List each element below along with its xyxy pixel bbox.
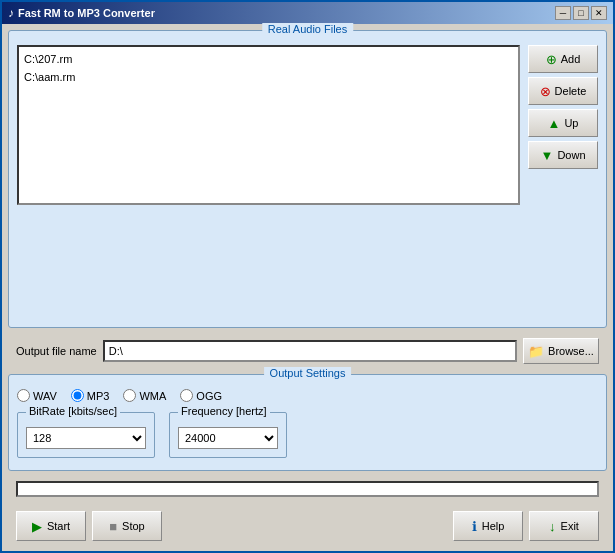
add-icon: ⊕ [546, 52, 557, 67]
start-label: Start [47, 520, 70, 532]
stop-button[interactable]: ■ Stop [92, 511, 162, 541]
progress-bar [16, 481, 599, 497]
main-window: ♪ Fast RM to MP3 Converter ─ □ ✕ Real Au… [0, 0, 615, 553]
exit-icon: ↓ [549, 519, 556, 534]
wav-label: WAV [33, 390, 57, 402]
help-label: Help [482, 520, 505, 532]
exit-button[interactable]: ↓ Exit [529, 511, 599, 541]
ogg-radio[interactable] [180, 389, 193, 402]
title-bar: ♪ Fast RM to MP3 Converter ─ □ ✕ [2, 2, 613, 24]
down-label: Down [557, 149, 585, 161]
output-settings-content: WAV MP3 WMA OGG [9, 375, 606, 470]
wav-radio[interactable] [17, 389, 30, 402]
browse-icon: 📁 [528, 344, 544, 359]
format-mp3[interactable]: MP3 [71, 389, 110, 402]
dropdowns-row: BitRate [kbits/sec] 128 64 96 160 192 25… [17, 412, 598, 458]
output-settings-title: Output Settings [264, 367, 352, 379]
real-audio-content: C:\207.rm C:\aam.rm ⊕ Add ⊗ Delete ▲ Up [9, 31, 606, 213]
wma-label: WMA [139, 390, 166, 402]
bitrate-select[interactable]: 128 64 96 160 192 256 320 [26, 427, 146, 449]
format-wav[interactable]: WAV [17, 389, 57, 402]
real-audio-title: Real Audio Files [262, 23, 354, 35]
output-input[interactable] [103, 340, 517, 362]
wma-radio[interactable] [123, 389, 136, 402]
bottom-buttons: ▶ Start ■ Stop ℹ Help ↓ Exit [8, 507, 607, 545]
window-title: Fast RM to MP3 Converter [18, 7, 155, 19]
close-button[interactable]: ✕ [591, 6, 607, 20]
mp3-radio[interactable] [71, 389, 84, 402]
minimize-button[interactable]: ─ [555, 6, 571, 20]
frequency-label: Frequency [hertz] [178, 405, 270, 417]
frequency-select[interactable]: 24000 8000 11025 16000 22050 32000 44100… [178, 427, 278, 449]
bitrate-label: BitRate [kbits/sec] [26, 405, 120, 417]
help-icon: ℹ [472, 519, 477, 534]
list-item: C:\207.rm [22, 50, 515, 68]
help-button[interactable]: ℹ Help [453, 511, 523, 541]
file-list[interactable]: C:\207.rm C:\aam.rm [17, 45, 520, 205]
exit-label: Exit [561, 520, 579, 532]
format-ogg[interactable]: OGG [180, 389, 222, 402]
add-label: Add [561, 53, 581, 65]
title-icon: ♪ [8, 6, 14, 20]
delete-button[interactable]: ⊗ Delete [528, 77, 598, 105]
output-settings-panel: Output Settings WAV MP3 WMA [8, 374, 607, 471]
down-button[interactable]: ▼ Down [528, 141, 598, 169]
up-button[interactable]: ▲ Up [528, 109, 598, 137]
delete-icon: ⊗ [540, 84, 551, 99]
output-label: Output file name [16, 345, 97, 357]
up-label: Up [564, 117, 578, 129]
start-icon: ▶ [32, 519, 42, 534]
browse-label: Browse... [548, 345, 594, 357]
output-row: Output file name 📁 Browse... [8, 334, 607, 368]
progress-area [8, 477, 607, 501]
format-radio-row: WAV MP3 WMA OGG [17, 389, 598, 402]
title-bar-left: ♪ Fast RM to MP3 Converter [8, 6, 155, 20]
add-button[interactable]: ⊕ Add [528, 45, 598, 73]
maximize-button[interactable]: □ [573, 6, 589, 20]
mp3-label: MP3 [87, 390, 110, 402]
list-item: C:\aam.rm [22, 68, 515, 86]
ogg-label: OGG [196, 390, 222, 402]
delete-label: Delete [555, 85, 587, 97]
browse-button[interactable]: 📁 Browse... [523, 338, 599, 364]
stop-icon: ■ [109, 519, 117, 534]
real-audio-panel: Real Audio Files C:\207.rm C:\aam.rm ⊕ A… [8, 30, 607, 328]
format-wma[interactable]: WMA [123, 389, 166, 402]
start-button[interactable]: ▶ Start [16, 511, 86, 541]
bitrate-group: BitRate [kbits/sec] 128 64 96 160 192 25… [17, 412, 155, 458]
up-icon: ▲ [548, 116, 561, 131]
stop-label: Stop [122, 520, 145, 532]
title-controls: ─ □ ✕ [555, 6, 607, 20]
frequency-group: Frequency [hertz] 24000 8000 11025 16000… [169, 412, 287, 458]
down-icon: ▼ [541, 148, 554, 163]
side-buttons: ⊕ Add ⊗ Delete ▲ Up ▼ Down [528, 45, 598, 205]
window-body: Real Audio Files C:\207.rm C:\aam.rm ⊕ A… [2, 24, 613, 551]
